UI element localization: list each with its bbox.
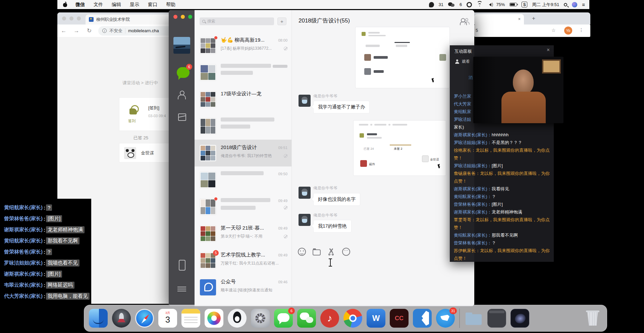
- chat-list-item[interactable]: 5 艺术学院线上教学... 09:49 万紫千红: 我今天11点左右还有...: [195, 247, 291, 274]
- spotlight-search-icon[interactable]: [564, 3, 567, 6]
- macos-dock: 3月3 6 ♪ W CC 31: [84, 305, 607, 332]
- finder-icon[interactable]: [89, 309, 108, 328]
- window-close-button[interactable]: [173, 15, 177, 19]
- launchpad-icon[interactable]: [112, 309, 131, 328]
- embedded-screenshot-2[interactable]: 已签 24 未签 2 戴伟 金世谋: [353, 120, 446, 176]
- embedded-screenshot-1[interactable]: [355, 27, 450, 88]
- chat-list-item[interactable]: [195, 113, 291, 140]
- panel-close-icon[interactable]: ×: [547, 47, 550, 53]
- tab-close-icon[interactable]: ×: [518, 16, 521, 21]
- menu-item[interactable]: 显示: [130, 2, 139, 8]
- contacts-tab-icon[interactable]: [177, 91, 186, 99]
- apple-menu-icon[interactable]: [63, 2, 67, 7]
- notification-center-icon[interactable]: ≡: [582, 2, 585, 7]
- overlay-message-text: 我用电脑，能看见: [46, 293, 90, 300]
- overlay-chat-message: 曾荣林爸爸(家长):?: [4, 246, 90, 257]
- vscode-icon[interactable]: [413, 309, 432, 328]
- calendar-icon[interactable]: 3月3: [158, 309, 177, 328]
- window-close-button[interactable]: [62, 16, 66, 20]
- file-icon[interactable]: [313, 249, 321, 255]
- sender-avatar[interactable]: [299, 214, 311, 226]
- chat-list-item[interactable]: 第一天🐱 21班·慕... 09:49 第③天打卡🐱 喵~: 不用: [195, 220, 291, 247]
- chat-list-item[interactable]: [195, 59, 291, 86]
- chat-avatar: [200, 37, 216, 54]
- overlay-message-text: 那我看不见啊: [46, 237, 79, 244]
- add-chat-button[interactable]: +: [277, 17, 286, 25]
- back-button[interactable]: ←: [57, 28, 70, 34]
- wechat-icon[interactable]: [297, 309, 316, 328]
- battery-icon[interactable]: [509, 3, 517, 6]
- menu-item[interactable]: 微信: [75, 2, 85, 8]
- overlay-message-text: ?: [46, 204, 52, 211]
- reload-button[interactable]: ↻: [83, 27, 96, 34]
- chat-list-item[interactable]: 公众号 09:46 顺丰速运:[链接]快递发出通知: [195, 274, 291, 301]
- volume-icon[interactable]: [487, 3, 491, 6]
- menu-item[interactable]: 窗口: [148, 2, 157, 8]
- group-members-icon[interactable]: [460, 17, 470, 26]
- student-name: 金世谋: [141, 150, 154, 156]
- new-tab-button[interactable]: +: [532, 15, 535, 22]
- menu-item[interactable]: 文件: [94, 2, 103, 8]
- url-fragment: 5: [476, 28, 478, 33]
- qq-icon[interactable]: [228, 309, 247, 328]
- more-menu-icon[interactable]: [177, 285, 186, 293]
- bookmark-star-icon[interactable]: ☆: [551, 28, 556, 33]
- signin-icon-label: 签到: [128, 118, 136, 124]
- window-minimize-button[interactable]: [181, 15, 185, 19]
- screenshot-scissors-icon[interactable]: [327, 248, 335, 256]
- emoji-icon[interactable]: [298, 248, 306, 256]
- system-preferences-icon[interactable]: [251, 309, 270, 328]
- menubar-clock[interactable]: 周二 上午9:51: [532, 2, 559, 8]
- forward-button[interactable]: →: [70, 28, 83, 34]
- window-zoom-button[interactable]: [188, 15, 192, 19]
- notification-shield-icon[interactable]: [429, 2, 434, 7]
- breadcrumb[interactable]: 课堂活动 > 进行中: [122, 80, 158, 86]
- wechat-menubar-icon[interactable]: [448, 2, 455, 7]
- creative-cloud-icon[interactable]: [467, 2, 472, 7]
- browser-menu-icon[interactable]: ⋮: [579, 27, 584, 33]
- search-input[interactable]: 搜索: [200, 17, 274, 25]
- netease-music-icon[interactable]: ♪: [320, 309, 339, 328]
- minimized-window-1-icon[interactable]: [487, 309, 506, 328]
- adobe-cc-icon[interactable]: CC: [390, 309, 409, 328]
- sender-avatar[interactable]: [299, 187, 311, 199]
- chat-title: 艺术学院线上教学...: [221, 252, 265, 258]
- chat-list-item[interactable]: 09:49: [195, 193, 291, 220]
- wifi-icon[interactable]: [477, 2, 483, 7]
- dingtalk-icon[interactable]: 31: [436, 309, 455, 328]
- trash-icon[interactable]: [583, 309, 602, 328]
- browser-profile-avatar[interactable]: Yb: [564, 27, 572, 35]
- chat-list-item[interactable]: 🤟💪 柳高高新19... 08:00 [17条] 杨寒羽妈妈1336772...: [195, 32, 291, 59]
- browser-tab-right[interactable]: ×: [474, 14, 524, 25]
- window-minimize-button[interactable]: [69, 16, 73, 20]
- wps-office-icon[interactable]: W: [367, 309, 385, 328]
- panel-message-text: [图片]: [492, 202, 503, 207]
- chrome-icon[interactable]: [343, 309, 362, 328]
- panel-tab-fragment[interactable]: 消: [469, 75, 473, 81]
- menu-item[interactable]: 编辑: [112, 2, 121, 8]
- letter-s-menubar-icon[interactable]: S: [522, 2, 527, 7]
- window-zoom-button[interactable]: [77, 16, 81, 20]
- phone-icon[interactable]: [179, 260, 185, 271]
- chat-list-item[interactable]: 09:50: [195, 166, 291, 193]
- minimized-window-2-icon[interactable]: [511, 309, 529, 328]
- collections-tab-icon[interactable]: [178, 113, 186, 121]
- chat-list-item[interactable]: 2018级广告设计 09:51 俺是你牛爷爷: 我17的钟雪艳: [195, 140, 291, 166]
- browser-tab[interactable]: 柳州职业技术学院 ×: [86, 14, 175, 25]
- chat-history-icon[interactable]: [342, 248, 350, 256]
- messages-icon[interactable]: 6: [274, 309, 293, 328]
- photos-icon[interactable]: [205, 309, 223, 328]
- siri-icon[interactable]: [572, 2, 577, 7]
- menu-item[interactable]: 帮助: [166, 2, 175, 8]
- sender-avatar[interactable]: [299, 95, 311, 107]
- chats-unread-badge: 6: [186, 64, 192, 70]
- site-info-icon[interactable]: i: [102, 29, 107, 33]
- chat-avatar: [200, 198, 216, 215]
- user-avatar[interactable]: [173, 37, 190, 54]
- downloads-folder-icon[interactable]: [464, 309, 483, 328]
- teacher-video-window: [473, 57, 564, 123]
- panel-chat-message: 罗咏洁姐姐(家长)：[图片]: [454, 162, 550, 170]
- safari-icon[interactable]: [135, 309, 154, 328]
- chat-list-item[interactable]: 17级毕业设计—龙: [195, 86, 291, 113]
- notes-icon[interactable]: [181, 309, 200, 328]
